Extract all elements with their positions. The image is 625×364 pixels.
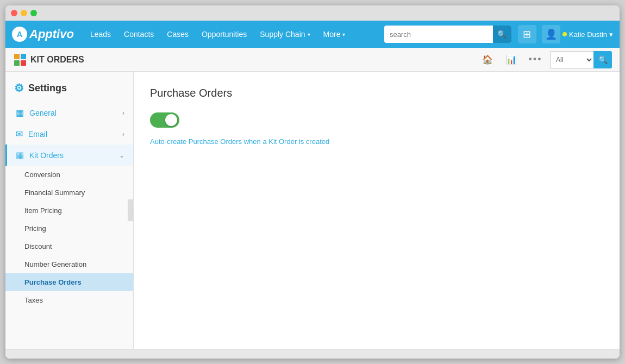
sub-nav: KIT ORDERS 🏠 📊 ••• All 🔍 <box>5 48 620 72</box>
kit-orders-sidebar-icon: ▦ <box>16 150 24 160</box>
sub-nav-search: All 🔍 <box>550 51 612 68</box>
user-status-dot <box>562 32 567 36</box>
sub-nav-search-select[interactable]: All <box>550 51 593 68</box>
more-arrow: ▾ <box>342 32 345 37</box>
nav-more[interactable]: More ▾ <box>317 21 352 48</box>
purchase-orders-description: Auto-create Purchase Orders when a Kit O… <box>150 137 603 146</box>
home-icon-button[interactable]: 🏠 <box>478 51 497 69</box>
more-options-button[interactable]: ••• <box>526 51 545 69</box>
maximize-button[interactable] <box>30 10 37 16</box>
bottom-bar <box>5 349 620 359</box>
email-arrow-icon: › <box>122 130 124 138</box>
kit-orders-label: KIT ORDERS <box>13 53 84 67</box>
sidebar-sub-number-generation[interactable]: Number Generation <box>5 255 133 273</box>
general-arrow-icon: › <box>122 109 124 117</box>
sidebar-sub-pricing[interactable]: Pricing <box>5 219 133 237</box>
top-search-input[interactable] <box>384 30 493 39</box>
page-content: Purchase Orders Auto-create Purchase Ord… <box>134 72 620 349</box>
app-logo: A Apptivo <box>12 27 74 42</box>
user-menu-arrow: ▾ <box>609 30 613 39</box>
sidebar-item-email[interactable]: ✉ Email › <box>5 123 133 145</box>
logo-icon: A <box>12 27 27 42</box>
svg-rect-1 <box>21 54 26 59</box>
close-button[interactable] <box>11 10 17 16</box>
profile-icon-button[interactable]: 👤 <box>542 25 560 43</box>
user-name: Katie Dustin <box>569 30 607 39</box>
sidebar-collapse-button[interactable]: ‹ <box>128 199 134 221</box>
email-label: Email <box>28 130 117 139</box>
apps-icon-button[interactable]: ⊞ <box>518 25 536 43</box>
supply-chain-arrow: ▾ <box>308 32 310 37</box>
top-nav: A Apptivo Leads Contacts Cases Opportuni… <box>5 21 620 48</box>
nav-icons: ⊞ 👤 <box>518 25 560 43</box>
settings-label: Settings <box>28 83 67 94</box>
nav-contacts[interactable]: Contacts <box>117 21 160 48</box>
logo-text: Apptivo <box>29 27 74 41</box>
kit-orders-sidebar-label: Kit Orders <box>29 151 114 160</box>
sidebar: ⚙ Settings ▦ General › ✉ Email › ▦ Kit O… <box>5 72 134 349</box>
top-search-bar: 🔍 <box>384 26 511 43</box>
user-menu[interactable]: Katie Dustin ▾ <box>562 30 613 39</box>
nav-supply-chain[interactable]: Supply Chain ▾ <box>253 21 316 48</box>
sidebar-item-general[interactable]: ▦ General › <box>5 102 133 123</box>
svg-rect-0 <box>14 54 20 59</box>
svg-rect-3 <box>21 60 26 66</box>
sidebar-sub-taxes[interactable]: Taxes <box>5 291 133 309</box>
toggle-wrapper <box>150 112 603 130</box>
sidebar-sub-item-pricing[interactable]: Item Pricing <box>5 202 133 219</box>
svg-rect-2 <box>14 60 20 66</box>
title-bar <box>5 5 620 21</box>
page-title: Purchase Orders <box>150 87 603 99</box>
settings-header: ⚙ Settings <box>5 72 133 102</box>
main-content: ⚙ Settings ▦ General › ✉ Email › ▦ Kit O… <box>5 72 620 349</box>
top-search-button[interactable]: 🔍 <box>493 26 511 43</box>
sidebar-item-kit-orders[interactable]: ▦ Kit Orders ⌄ <box>5 145 133 166</box>
nav-cases[interactable]: Cases <box>160 21 195 48</box>
settings-gear-icon: ⚙ <box>14 81 24 95</box>
sidebar-sub-conversion[interactable]: Conversion <box>5 166 133 184</box>
general-icon: ▦ <box>16 108 24 118</box>
kit-orders-icon <box>13 53 27 67</box>
sidebar-sub-financial-summary[interactable]: Financial Summary <box>5 184 133 202</box>
sidebar-sub-purchase-orders[interactable]: Purchase Orders <box>5 273 133 291</box>
nav-opportunities[interactable]: Opportunities <box>195 21 253 48</box>
minimize-button[interactable] <box>21 10 27 16</box>
purchase-orders-toggle[interactable] <box>150 112 179 128</box>
nav-leads[interactable]: Leads <box>84 21 117 48</box>
kit-orders-arrow-icon: ⌄ <box>119 152 124 159</box>
app-window: A Apptivo Leads Contacts Cases Opportuni… <box>5 5 620 359</box>
sidebar-sub-discount[interactable]: Discount <box>5 237 133 255</box>
email-icon: ✉ <box>16 129 23 139</box>
toggle-thumb <box>165 114 177 126</box>
general-label: General <box>29 109 117 117</box>
chart-icon-button[interactable]: 📊 <box>502 51 521 69</box>
sub-nav-search-button[interactable]: 🔍 <box>593 51 612 68</box>
